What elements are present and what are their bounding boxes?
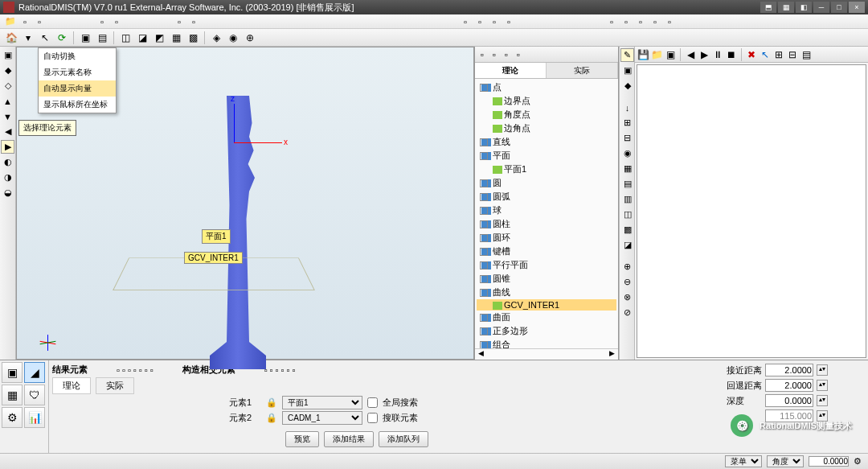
close-button[interactable]: × [849, 2, 865, 13]
tree-node[interactable]: 边角点 [477, 121, 616, 135]
vtool-icon[interactable]: ◒ [1, 186, 14, 200]
menu-icon[interactable]: ▫ [95, 15, 109, 28]
status-sel2[interactable]: 角度 [767, 455, 804, 467]
tree-node[interactable]: 曲面 [477, 311, 616, 324]
vtool-icon[interactable]: ▣ [1, 48, 14, 62]
rp-icon[interactable]: ↖ [759, 48, 772, 61]
tree-tb-icon[interactable]: ▫ [489, 49, 500, 60]
vtool-icon[interactable]: ◇ [1, 79, 14, 93]
menu-icon[interactable]: ▫ [502, 15, 516, 28]
tab-actual[interactable]: 实际 [547, 63, 618, 78]
menu-icon[interactable]: ▫ [109, 15, 124, 28]
tree-node[interactable]: 圆锥 [477, 272, 616, 286]
elem1-select[interactable]: 平面1 [282, 396, 362, 409]
feature-tree[interactable]: 点边界点角度点边角点直线平面1平面1圆圆弧球圆柱圆环键槽平行平面圆锥曲线1GCV… [475, 79, 618, 348]
rtool-icon[interactable]: ⊟ [620, 131, 634, 145]
rtool-icon[interactable]: ⊖ [620, 275, 634, 289]
rtool-icon[interactable]: ⊗ [620, 290, 634, 304]
menu-icon[interactable]: ▫ [186, 15, 201, 28]
tree-node[interactable]: 角度点 [477, 108, 616, 121]
tree-node[interactable]: 组合 [477, 338, 616, 348]
tab-theory[interactable]: 理论 [475, 63, 547, 78]
rtool-icon[interactable]: ▤ [620, 177, 634, 191]
rp-icon[interactable]: 💾 [637, 48, 649, 61]
tree-node[interactable]: 圆弧 [477, 190, 616, 204]
rp-icon[interactable]: ⏸ [711, 48, 724, 61]
tree-node[interactable]: 1GCV_INTER1 [477, 299, 616, 311]
tree-node[interactable]: 圆柱 [477, 217, 616, 231]
menu-icon[interactable]: ▫ [32, 15, 47, 28]
vtool-icon[interactable]: ◆ [1, 64, 14, 77]
dd-item-3[interactable]: 显示鼠标所在坐标 [39, 97, 116, 113]
tree-node[interactable]: 1平面1 [477, 163, 616, 176]
tool-icon[interactable]: ⊕ [242, 31, 258, 45]
menu-icon[interactable]: ▫ [633, 15, 648, 28]
vtool-icon[interactable]: ◀ [1, 125, 14, 138]
preview-button[interactable]: 预览 [285, 431, 319, 447]
spin-icon[interactable]: ▴▾ [817, 395, 828, 406]
elem2-select[interactable]: CADM_1 [282, 411, 362, 425]
rtool-icon[interactable]: ▥ [620, 192, 634, 206]
vtool-icon[interactable]: ▲ [1, 94, 14, 108]
tree-tb-icon[interactable]: ▫ [477, 49, 488, 60]
dd-item-2[interactable]: 自动显示向量 [39, 80, 116, 97]
add-result-button[interactable]: 添加结果 [324, 431, 374, 447]
vtool-icon[interactable]: ◐ [1, 155, 14, 169]
rtool-icon[interactable]: ⊞ [620, 116, 634, 130]
vtool-icon[interactable]: ◑ [1, 171, 14, 184]
menu-icon[interactable]: ▫ [172, 15, 186, 28]
spin-icon[interactable]: ▴▾ [817, 410, 828, 422]
menu-icon[interactable]: ▫ [662, 15, 677, 28]
tool-icon[interactable]: ▣ [77, 31, 93, 45]
rtool-icon[interactable]: ▩ [620, 223, 634, 237]
vtool-icon[interactable]: ▶ [1, 140, 14, 154]
cb-global[interactable] [367, 397, 378, 408]
tree-node[interactable]: 边界点 [477, 94, 616, 108]
status-icon[interactable]: ⚙ [854, 456, 862, 467]
bl-btn[interactable]: 📊 [24, 407, 45, 428]
menu-icon[interactable]: ▫ [619, 15, 633, 28]
tool-icon[interactable]: ◪ [134, 31, 150, 45]
3d-viewport[interactable]: 自动切换 显示元素名称 自动显示向量 显示鼠标所在坐标 选择理论元素 x z 平… [16, 47, 474, 360]
rtool-icon[interactable]: ✎ [620, 48, 634, 62]
bl-btn[interactable]: ▦ [2, 385, 23, 405]
minimize-button[interactable]: ─ [813, 2, 829, 13]
tree-node[interactable]: 平行平面 [477, 258, 616, 272]
status-sel1[interactable]: 菜单 [725, 455, 762, 467]
rtool-icon[interactable]: ◉ [620, 146, 634, 160]
menu-icon[interactable]: ▫ [487, 15, 502, 28]
val4-input[interactable] [765, 409, 813, 422]
spin-icon[interactable]: ▴▾ [817, 364, 828, 376]
cb-assoc[interactable] [367, 413, 378, 423]
tool-icon[interactable]: ◈ [208, 31, 224, 45]
depth-input[interactable] [765, 394, 813, 407]
subtab-theory[interactable]: 理论 [52, 377, 91, 394]
tool-icon-2[interactable]: ▦ [778, 2, 794, 13]
tool-icon[interactable]: ◉ [225, 31, 241, 45]
rtool-icon[interactable]: ↓ [620, 101, 634, 114]
tool-icon[interactable]: ▤ [94, 31, 110, 45]
rtool-icon[interactable]: ◆ [620, 79, 634, 93]
tool-icon[interactable]: ▩ [185, 31, 201, 45]
dropdown-icon[interactable]: ▾ [20, 31, 36, 45]
rtool-icon[interactable]: ◫ [620, 208, 634, 221]
rp-icon[interactable]: ◀ [684, 48, 697, 61]
bl-btn[interactable]: 🛡 [24, 385, 45, 405]
add-queue-button[interactable]: 添加队列 [379, 431, 428, 447]
dd-item-0[interactable]: 自动切换 [39, 48, 116, 64]
tree-node[interactable]: 正多边形 [477, 324, 616, 338]
refresh-icon[interactable]: ⟳ [54, 31, 70, 45]
lock-icon[interactable]: 🔒 [266, 413, 277, 423]
bl-btn[interactable]: ◢ [24, 362, 45, 383]
tool-icon[interactable]: ▦ [168, 31, 184, 45]
rp-icon[interactable]: ⊟ [786, 48, 799, 61]
menu-icon[interactable]: ▫ [458, 15, 473, 28]
tree-node[interactable]: 键槽 [477, 245, 616, 258]
rp-icon[interactable]: ▣ [664, 48, 677, 61]
subtab-actual[interactable]: 实际 [96, 377, 134, 394]
status-val[interactable] [809, 456, 849, 467]
rp-icon[interactable]: ⏹ [725, 48, 738, 61]
rtool-icon[interactable]: ⊕ [620, 260, 634, 274]
tool-icon[interactable]: ◩ [151, 31, 167, 45]
maximize-button[interactable]: □ [831, 2, 847, 13]
